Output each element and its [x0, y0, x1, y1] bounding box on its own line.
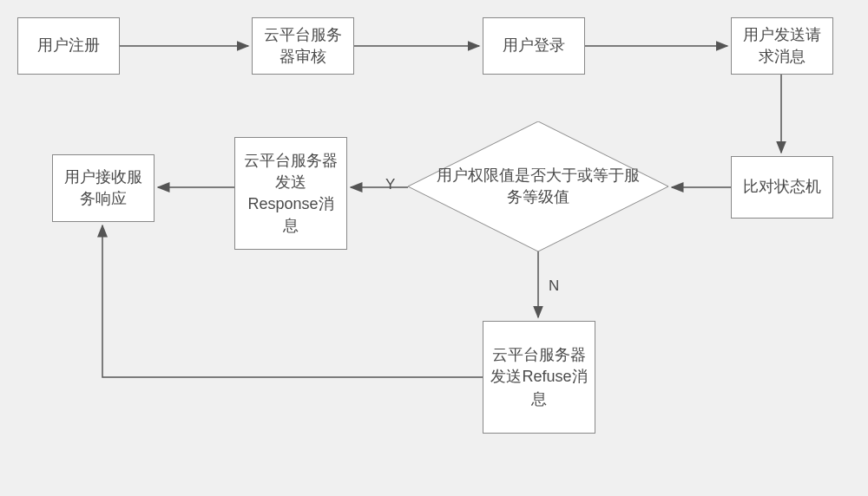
node-send-req: 用户发送请求消息	[731, 17, 833, 75]
node-refuse: 云平台服务器发送Refuse消息	[483, 321, 595, 434]
node-label: 用户登录	[503, 35, 565, 56]
node-compare: 比对状态机	[731, 156, 833, 219]
edge-label-n: N	[549, 277, 559, 295]
node-label: 用户权限值是否大于或等于服务等级值	[408, 165, 668, 208]
node-response: 云平台服务器发送Response消息	[234, 137, 347, 250]
node-label: 用户接收服务响应	[60, 166, 147, 210]
node-label: 用户注册	[37, 35, 100, 56]
edge-label-y: Y	[385, 176, 395, 193]
node-decision: 用户权限值是否大于或等于服务等级值	[408, 121, 668, 251]
node-login: 用户登录	[483, 17, 585, 75]
node-register: 用户注册	[17, 17, 120, 75]
node-label: 云平台服务器审核	[260, 24, 346, 68]
node-label: 比对状态机	[743, 176, 821, 198]
node-label: 云平台服务器发送Response消息	[242, 150, 339, 238]
node-label: 用户发送请求消息	[739, 24, 825, 68]
node-label: 云平台服务器发送Refuse消息	[490, 344, 588, 410]
node-audit: 云平台服务器审核	[252, 17, 354, 75]
node-receive: 用户接收服务响应	[52, 154, 155, 222]
